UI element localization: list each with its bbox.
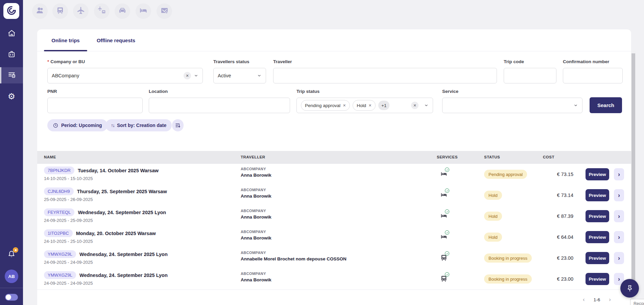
trip-name-cell: YMWXGZ9L Wednesday, 24. September 2025 L… xyxy=(44,250,168,265)
sidebar-item-settings[interactable]: ⚙ xyxy=(0,88,23,104)
location-label: Location xyxy=(149,89,168,94)
trip-status-chip[interactable]: Hold✕ xyxy=(353,100,376,111)
toolbar-approvals-button[interactable] xyxy=(157,3,172,19)
toolbar-car-button[interactable] xyxy=(115,3,130,19)
col-name: NAME xyxy=(44,155,56,159)
traveller-input[interactable] xyxy=(273,68,497,83)
check-circle-icon xyxy=(445,168,449,172)
pin-fab-button[interactable] xyxy=(620,279,639,298)
table-row[interactable]: FEYRTEQL Wednesday, 24. September 2025 L… xyxy=(37,206,631,227)
pagination: ‹ 1-6 › xyxy=(583,296,611,303)
chevron-right-icon[interactable]: › xyxy=(609,296,611,303)
preview-button[interactable]: Preview xyxy=(586,273,609,285)
table-row[interactable]: CJNL6DH9 Thursday, 25. September 2025 Wa… xyxy=(37,185,631,206)
group-sort-button[interactable] xyxy=(172,119,184,131)
trip-code-badge[interactable]: 1ITO2PBC xyxy=(44,229,73,237)
preview-button[interactable]: Preview xyxy=(586,189,609,201)
confirmation-number-label: Confirmation number xyxy=(563,59,609,64)
toolbar-flight-button[interactable] xyxy=(73,3,89,19)
scrollbar-thumb[interactable] xyxy=(631,53,635,291)
sidebar-item-home[interactable] xyxy=(0,26,23,42)
toolbar-rail-button[interactable] xyxy=(52,3,68,19)
trip-cost: € 64.04 xyxy=(527,234,573,240)
status-badge: Booking in progress xyxy=(484,275,532,284)
preview-button[interactable]: Preview xyxy=(586,252,609,264)
toolbar-travellers-button[interactable] xyxy=(32,3,48,19)
table-row[interactable]: 1ITO2PBC Monday, 20. October 2025 Warsaw… xyxy=(37,227,631,248)
table-row[interactable]: 7BPNJKDR Tuesday, 14. October 2025 Warsa… xyxy=(37,164,631,185)
chevron-down-icon xyxy=(257,73,262,78)
chevron-left-icon[interactable]: ‹ xyxy=(583,296,585,303)
preview-button[interactable]: Preview xyxy=(586,231,609,243)
search-button[interactable]: Search xyxy=(590,97,622,113)
confirmation-number-input[interactable] xyxy=(563,68,623,83)
trip-code-badge[interactable]: 7BPNJKDR xyxy=(44,167,74,174)
row-expand-button[interactable]: › xyxy=(614,252,624,264)
location-input[interactable] xyxy=(149,98,290,113)
table-row[interactable]: YMWXGZ9L Wednesday, 24. September 2025 L… xyxy=(37,248,631,269)
tab-online-trips[interactable]: Online trips xyxy=(44,29,87,51)
pnr-label: PNR xyxy=(47,89,57,94)
theme-toggle[interactable] xyxy=(5,294,18,301)
trip-code-label: Trip code xyxy=(504,59,524,64)
main-panel: Online trips Offline requests * Company … xyxy=(37,29,631,305)
travellers-status-select[interactable]: Active xyxy=(213,68,266,83)
traveller-name: Anna Borowik xyxy=(241,214,271,220)
preview-button[interactable]: Preview xyxy=(586,168,609,180)
status-badge: Booking in progress xyxy=(484,254,532,263)
row-expand-button[interactable]: › xyxy=(614,189,624,201)
more-chips-badge[interactable]: +1 xyxy=(378,101,389,110)
remove-chip-icon[interactable]: ✕ xyxy=(368,103,372,108)
toolbar-hotel-button[interactable] xyxy=(136,3,151,19)
trip-dates: 24-09-2025 - 25-09-2025 xyxy=(44,218,166,223)
traveller-label: Traveller xyxy=(273,59,292,64)
trip-dates: 25-09-2025 - 26-09-2025 xyxy=(44,197,167,202)
traveller-cell: ABCOMPANY Anna Borowik xyxy=(241,230,271,240)
trip-code-badge[interactable]: YMWXGZ9L xyxy=(44,271,76,279)
trip-title: Wednesday, 24. September 2025 Lyon xyxy=(78,210,166,215)
preview-button[interactable]: Preview xyxy=(586,210,609,222)
plane-icon xyxy=(76,6,85,16)
sidebar-item-bookings-list[interactable] xyxy=(0,67,23,83)
period-filter-button[interactable]: Period: Upcoming xyxy=(47,119,108,131)
tab-offline-requests[interactable]: Offline requests xyxy=(91,29,141,51)
trip-code-input[interactable] xyxy=(504,68,556,83)
clear-icon[interactable]: ✕ xyxy=(184,72,191,79)
row-expand-button[interactable]: › xyxy=(614,231,624,243)
col-services: SERVICES xyxy=(437,155,458,159)
toolbar-transfer-button[interactable] xyxy=(94,3,110,19)
company-select[interactable]: ABCompany ✕ xyxy=(47,68,203,83)
check-circle-icon xyxy=(445,188,449,193)
trip-status-multiselect[interactable]: Pending approval✕ Hold✕ +1 ✕ xyxy=(296,98,433,113)
table-row[interactable]: YMWXGZ9L Wednesday, 24. September 2025 L… xyxy=(37,269,631,290)
records-tooltip-fragment: Recor xyxy=(630,299,644,305)
notifications-button[interactable] xyxy=(0,247,23,263)
trip-title: Wednesday, 24. September 2025 Lyon xyxy=(79,252,168,257)
trip-code-badge[interactable]: CJNL6DH9 xyxy=(44,187,74,195)
user-avatar[interactable]: AB xyxy=(5,270,18,283)
check-star-icon xyxy=(160,6,169,16)
travellers-status-value: Active xyxy=(218,73,257,78)
trip-code-badge[interactable]: YMWXGZ9L xyxy=(44,250,76,258)
row-expand-button[interactable]: › xyxy=(614,168,624,180)
up-down-arrows-icon: ↑↓ xyxy=(111,123,114,128)
check-circle-icon xyxy=(445,272,449,277)
hotel-icon xyxy=(440,233,448,241)
trip-code-badge[interactable]: FEYRTEQL xyxy=(44,208,74,216)
vertical-scrollbar[interactable] xyxy=(631,51,636,305)
clear-icon[interactable]: ✕ xyxy=(411,102,419,109)
company-select-value: ABCompany xyxy=(52,73,184,78)
remove-chip-icon[interactable]: ✕ xyxy=(343,103,346,108)
sidebar-item-trips[interactable] xyxy=(0,47,23,63)
sort-by-button[interactable]: ↑↓ Sort by: Creation date xyxy=(105,119,172,131)
service-select[interactable] xyxy=(442,98,582,113)
app-logo[interactable] xyxy=(3,3,19,19)
traveller-cell: ABCOMPANY Anna Borowik xyxy=(241,209,271,220)
traveller-name: Anna Borowik xyxy=(241,173,271,178)
row-expand-button[interactable]: › xyxy=(614,210,624,222)
pnr-input[interactable] xyxy=(47,98,143,113)
trip-dates: 14-10-2025 - 15-10-2025 xyxy=(44,176,159,181)
trip-title: Monday, 20. October 2025 Warsaw xyxy=(76,231,156,236)
trip-status-chip[interactable]: Pending approval✕ xyxy=(301,100,350,111)
trip-dates: 24-10-2025 - 25-10-2025 xyxy=(44,239,156,244)
